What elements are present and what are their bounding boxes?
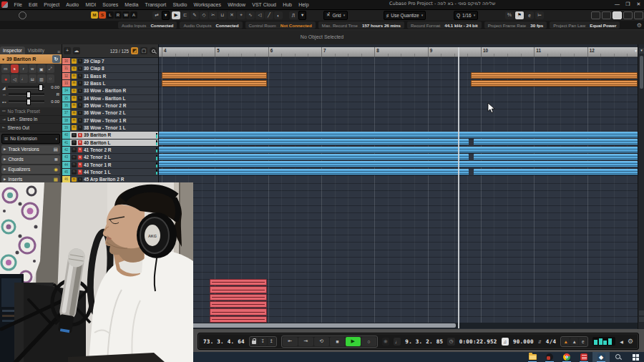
punch-in-icon[interactable]: ↧	[259, 338, 267, 346]
track-mute-button[interactable]: m	[72, 103, 77, 108]
listen-button[interactable]: ◌	[47, 74, 55, 83]
left-locator-display[interactable]: 73. 3. 4. 64	[203, 338, 245, 345]
audio-clip-vocal[interactable]	[474, 139, 638, 145]
inspector-track-title[interactable]: ▼ 39 Bariton R ↻	[0, 54, 62, 64]
object-selection-tool[interactable]: ▶	[172, 11, 180, 19]
audio-clip-bass[interactable]	[471, 80, 638, 87]
project-cursor[interactable]	[458, 47, 459, 328]
toolbar-a-button[interactable]: A	[130, 11, 137, 19]
auto-scroll-dropdown[interactable]: ▾	[162, 11, 170, 20]
left-zone-toggle-icon[interactable]	[591, 11, 600, 19]
status-item-audio-outputs[interactable]: Audio OutputsConnected	[180, 21, 242, 29]
midi-clip[interactable]	[210, 316, 267, 323]
menu-studio[interactable]: Studio	[170, 2, 190, 7]
quantize-panel-icon[interactable]: e	[525, 11, 534, 19]
line-tool[interactable]: ╱	[265, 11, 273, 19]
record-button[interactable]: ○	[361, 337, 376, 346]
menu-media[interactable]: Media	[122, 2, 142, 7]
track-mute-button[interactable]: m	[72, 177, 77, 182]
audio-clip-vocal[interactable]	[159, 154, 469, 160]
taskbar-red-app[interactable]	[575, 352, 592, 362]
track-mute-button[interactable]: m	[72, 162, 77, 167]
hscroll-thumb[interactable]	[160, 323, 456, 328]
taskbar-media-app[interactable]	[541, 352, 558, 362]
lower-zone-toggle-icon[interactable]	[602, 11, 611, 19]
audio-clip-bass[interactable]	[471, 72, 638, 79]
status-item-project-frame-rate[interactable]: Project Frame Rate30 fps	[484, 21, 547, 29]
audio-alignment-icon[interactable]: ⊨	[535, 11, 544, 19]
track-mute-button[interactable]: m	[72, 96, 77, 101]
output-routing-row[interactable]: ⇤Stereo Out	[0, 124, 62, 132]
track-row[interactable]: 31ms30 Clap 8	[62, 65, 158, 72]
nudge-icon[interactable]: Л	[289, 11, 298, 19]
track-solo-button[interactable]: s	[78, 96, 83, 101]
track-mute-button[interactable]: m	[72, 111, 77, 116]
track-solo-button[interactable]: s	[78, 140, 83, 145]
status-item-control-room[interactable]: Control RoomNot Connected	[245, 21, 316, 29]
section-equalizers[interactable]: ▶Equalizers◉	[1, 165, 60, 174]
track-mute-button[interactable]: m	[72, 125, 77, 130]
menu-transport[interactable]: Transport	[142, 2, 170, 7]
track-row[interactable]: 39ms38 Wow - Tenor 1 L	[62, 124, 158, 132]
track-solo-button[interactable]: s	[78, 118, 83, 123]
audio-clip-vocal[interactable]	[159, 139, 469, 145]
ruler-options-icon[interactable]: ▾	[635, 49, 637, 53]
track-solo-button[interactable]: s	[78, 111, 83, 116]
track-mute-button[interactable]: m	[72, 67, 77, 72]
midi-input-icon[interactable]: ♩	[19, 74, 28, 83]
delay-slider[interactable]	[9, 100, 44, 103]
metronome-click-icon[interactable]: ▲	[562, 338, 570, 346]
track-mute-button[interactable]: m	[72, 155, 77, 160]
track-row[interactable]: 32ms31 Bass R	[62, 73, 158, 80]
track-mute-button[interactable]: m	[72, 59, 77, 64]
audio-clip-vocal[interactable]	[159, 161, 638, 167]
track-filter-icon[interactable]: ◩	[131, 47, 138, 54]
click-settings-icon[interactable]: e	[579, 338, 587, 346]
lock-icon[interactable]	[250, 338, 258, 346]
range-selection-tool[interactable]: ⊏	[181, 11, 190, 19]
iterative-quantize-icon[interactable]: ⚑	[515, 11, 524, 19]
menu-midi[interactable]: MIDI	[82, 2, 99, 7]
track-mute-button[interactable]: m	[72, 74, 77, 79]
clock-icon[interactable]: ◷	[447, 338, 454, 346]
midi-clip[interactable]	[210, 308, 267, 315]
minimize-button[interactable]: —	[612, 0, 623, 9]
solo-button[interactable]: s	[11, 64, 19, 73]
track-row[interactable]: 37ms36 Wow - Tenor 2 L	[62, 109, 158, 117]
precount-icon[interactable]: ▲	[570, 338, 578, 346]
arrange-grid[interactable]	[159, 57, 638, 323]
track-solo-button[interactable]: s	[78, 162, 83, 167]
horizontal-scrollbar[interactable]	[159, 323, 638, 328]
track-solo-button[interactable]: s	[78, 170, 83, 175]
audio-clip-vocal[interactable]	[474, 154, 638, 160]
tempo-spinner[interactable]: ⇵	[538, 339, 542, 344]
lanes-button[interactable]: ⊟	[29, 74, 37, 83]
status-item-record-format[interactable]: Record Format44.1 kHz - 24 bit	[407, 21, 482, 29]
cycle-button[interactable]: ⟲	[314, 337, 329, 346]
racks-zone-icon[interactable]	[634, 11, 643, 19]
audio-clip-vocal[interactable]	[159, 169, 469, 175]
track-solo-button[interactable]: s	[78, 147, 83, 152]
menu-file[interactable]: File	[11, 2, 25, 7]
audio-clip-vocal[interactable]	[159, 147, 638, 153]
vscroll-top-icon[interactable]: ▼	[639, 48, 644, 54]
track-row[interactable]: 45ms44 Tenor 1 L	[62, 169, 158, 176]
midi-clip[interactable]	[210, 279, 267, 285]
track-solo-button[interactable]: s	[78, 155, 83, 160]
toolbar-m-button[interactable]: M	[91, 11, 98, 19]
track-row[interactable]: 41ms40 Bariton L	[62, 140, 158, 147]
menu-hub[interactable]: Hub	[280, 2, 296, 7]
inspector-zone-icon[interactable]	[613, 11, 622, 19]
section-chords[interactable]: ▶Chords≣	[1, 155, 60, 164]
menu-scores[interactable]: Scores	[99, 2, 122, 7]
tab-inspector[interactable]: Inspector	[0, 47, 25, 54]
tempo-display[interactable]: 90.000	[513, 338, 534, 345]
draw-tool[interactable]: ✎	[190, 11, 199, 19]
auto-scroll-icon[interactable]: ⇄	[152, 11, 161, 19]
quantize-preset-select[interactable]: Q 1/16 ▾	[454, 11, 478, 20]
freeze-button[interactable]: ⤢	[47, 64, 55, 73]
erase-tool[interactable]: ◇	[200, 11, 208, 19]
status-item-project-pan-law[interactable]: Project Pan LawEqual Power	[550, 21, 620, 29]
punch-out-icon[interactable]: ↥	[268, 338, 275, 346]
audio-clip-vocal[interactable]	[474, 169, 638, 175]
